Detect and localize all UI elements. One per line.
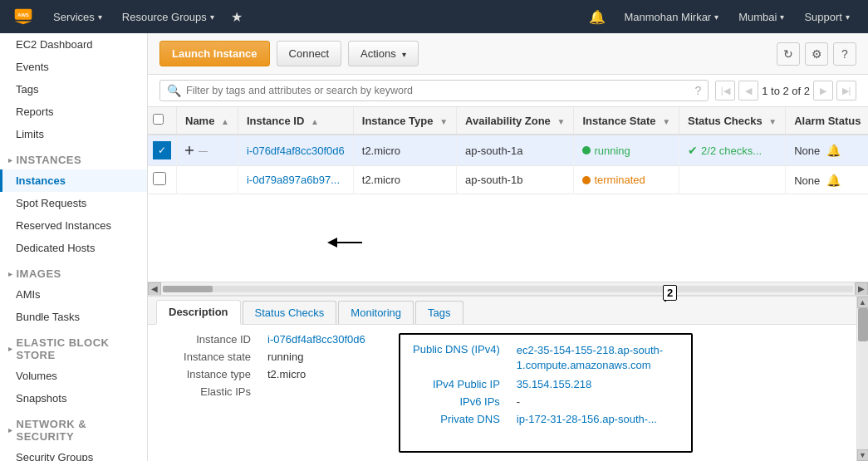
vscroll-down-button[interactable]: ▼ xyxy=(857,449,869,461)
region-caret: ▾ xyxy=(780,12,784,22)
sidebar-item-snapshots[interactable]: Snapshots xyxy=(0,387,147,410)
vscroll-thumb[interactable] xyxy=(858,325,868,341)
tab-description[interactable]: Description xyxy=(156,300,241,325)
sidebar-section-ebs: ▸ ELASTIC BLOCK STORE xyxy=(0,328,147,365)
col-name[interactable]: Name ▲ xyxy=(177,107,238,135)
search-input[interactable] xyxy=(186,85,694,96)
sidebar-item-spot-requests[interactable]: Spot Requests xyxy=(0,192,147,214)
status-sort-icon: ▼ xyxy=(768,117,777,126)
scroll-track[interactable] xyxy=(163,286,853,292)
settings-button[interactable]: ⚙ xyxy=(805,42,828,66)
detail-row-instance-type: Instance type t2.micro xyxy=(159,368,365,380)
col-status-checks[interactable]: Status Checks ▼ xyxy=(679,107,786,135)
sidebar-item-reserved-instances[interactable]: Reserved Instances xyxy=(0,214,147,237)
scroll-right-button[interactable]: ▶ xyxy=(855,282,868,296)
search-icon: 🔍 xyxy=(167,84,181,97)
sidebar-item-limits[interactable]: Limits xyxy=(0,123,147,145)
row1-az: ap-south-1a xyxy=(457,135,574,166)
page-first-button[interactable]: |◀ xyxy=(715,81,735,101)
sidebar-section-images: ▸ IMAGES xyxy=(0,259,147,283)
row2-instance-type: t2.micro xyxy=(353,166,456,194)
actions-button[interactable]: Actions ▾ xyxy=(348,41,419,66)
page-last-button[interactable]: ▶| xyxy=(836,81,856,101)
sidebar-item-bundle-tasks[interactable]: Bundle Tasks xyxy=(0,306,147,328)
table-row[interactable]: i-0d79a897a6b97... t2.micro ap-south-1b … xyxy=(148,166,868,194)
detail-row-instance-id: Instance ID i-076df4af8cc30f0d6 xyxy=(159,333,365,346)
col-instance-type[interactable]: Instance Type ▼ xyxy=(353,107,456,135)
instance-type-sort-icon: ▼ xyxy=(439,117,448,126)
alarm-bell-icon2[interactable]: 🔔 xyxy=(826,174,841,187)
services-caret: ▾ xyxy=(98,12,102,22)
row1-checkbox-cell[interactable]: ✓ xyxy=(148,135,177,166)
row2-checkbox[interactable] xyxy=(153,172,166,185)
alarm-bell-icon[interactable]: 🔔 xyxy=(826,144,841,157)
tab-status-checks[interactable]: Status Checks xyxy=(243,301,337,324)
col-az[interactable]: Availability Zone ▼ xyxy=(457,107,574,135)
sidebar-item-security-groups[interactable]: Security Groups xyxy=(0,446,147,461)
tab-tags[interactable]: Tags xyxy=(415,301,463,324)
instances-table-wrapper: Name ▲ Instance ID ▲ Instance Type ▼ xyxy=(148,107,868,282)
detail-content: Instance ID i-076df4af8cc30f0d6 Instance… xyxy=(148,325,868,461)
svg-text:AWS: AWS xyxy=(17,12,29,17)
section-triangle-images-icon: ▸ xyxy=(8,270,13,278)
col-instance-id[interactable]: Instance ID ▲ xyxy=(238,107,353,135)
row1-state: running xyxy=(574,135,679,166)
running-dot-icon xyxy=(582,146,591,154)
detail-left-col: Instance ID i-076df4af8cc30f0d6 Instance… xyxy=(159,333,365,453)
instance-id-sort-icon: ▲ xyxy=(311,117,319,126)
sidebar-item-reports[interactable]: Reports xyxy=(0,101,147,123)
row2-instance-id[interactable]: i-0d79a897a6b97... xyxy=(238,166,353,194)
page-prev-button[interactable]: ◀ xyxy=(738,81,758,101)
az-sort-icon: ▼ xyxy=(557,117,565,126)
support-menu[interactable]: Support ▾ xyxy=(794,0,860,33)
sidebar-item-tags[interactable]: Tags xyxy=(0,78,147,101)
vscroll-track[interactable] xyxy=(858,325,868,449)
refresh-button[interactable]: ↻ xyxy=(777,42,800,66)
select-all-checkbox[interactable] xyxy=(153,114,164,125)
pagination-text: 1 to 2 of 2 xyxy=(762,85,810,97)
sidebar: ‹ EC2 Dashboard Events Tags Reports Limi… xyxy=(0,33,148,461)
user-menu[interactable]: Manmohan Mirkar ▾ xyxy=(614,0,728,33)
col-state[interactable]: Instance State ▼ xyxy=(574,107,679,135)
detail-tabs: Description Status Checks Monitoring Tag… xyxy=(148,297,868,325)
sidebar-item-dedicated-hosts[interactable]: Dedicated Hosts xyxy=(0,237,147,259)
scroll-thumb[interactable] xyxy=(163,286,213,292)
check-circle-icon: ✔ xyxy=(688,144,698,157)
detail-row-instance-state: Instance state running xyxy=(159,351,365,363)
launch-instance-button[interactable]: Launch Instance xyxy=(159,41,270,66)
services-menu[interactable]: Services ▾ xyxy=(43,0,112,33)
bookmarks-button[interactable]: ★ xyxy=(224,0,249,33)
sidebar-item-ec2dashboard[interactable]: EC2 Dashboard xyxy=(0,33,147,56)
detail-row-private-dns: Private DNS ip-172-31-28-156.ap-south-..… xyxy=(409,413,683,425)
aws-logo[interactable]: AWS xyxy=(8,2,38,32)
sidebar-item-events[interactable]: Events xyxy=(0,56,147,78)
connect-button[interactable]: Connect xyxy=(277,41,341,66)
tab-monitoring[interactable]: Monitoring xyxy=(338,301,414,324)
sidebar-item-amis[interactable]: AMIs xyxy=(0,283,147,306)
search-bar: 🔍 ? |◀ ◀ 1 to 2 of 2 ▶ ▶| xyxy=(148,75,868,107)
sidebar-section-instances: ▸ INSTANCES xyxy=(0,145,147,169)
table-row[interactable]: ✓ — i-076df4af8cc30f0d6 xyxy=(148,135,868,166)
select-all-header[interactable] xyxy=(148,107,177,135)
sidebar-item-instances[interactable]: Instances xyxy=(0,169,147,192)
search-help-icon[interactable]: ? xyxy=(694,84,701,97)
page-next-button[interactable]: ▶ xyxy=(813,81,833,101)
row2-status-checks xyxy=(679,166,786,194)
resource-groups-menu[interactable]: Resource Groups ▾ xyxy=(112,0,224,33)
scroll-left-button[interactable]: ◀ xyxy=(148,282,161,296)
support-caret: ▾ xyxy=(846,12,850,22)
row1-instance-id[interactable]: i-076df4af8cc30f0d6 xyxy=(238,135,353,166)
col-alarm-status[interactable]: Alarm Status xyxy=(786,107,868,135)
resource-groups-caret: ▾ xyxy=(210,12,214,22)
row1-checkbox[interactable]: ✓ xyxy=(153,141,171,159)
search-input-wrapper: 🔍 ? xyxy=(159,80,709,101)
row2-checkbox-cell[interactable] xyxy=(148,166,177,194)
notifications-bell[interactable]: 🔔 xyxy=(581,0,614,33)
content-area: Launch Instance Connect Actions ▾ ↻ ⚙ ? … xyxy=(148,33,868,461)
detail-row-ipv6: IPv6 IPs - xyxy=(409,395,683,408)
help-button[interactable]: ? xyxy=(833,42,856,66)
row1-instance-type: t2.micro xyxy=(353,135,456,166)
detail-row-ipv4: IPv4 Public IP 35.154.155.218 xyxy=(409,378,683,390)
sidebar-item-volumes[interactable]: Volumes xyxy=(0,365,147,387)
region-menu[interactable]: Mumbai ▾ xyxy=(728,0,794,33)
